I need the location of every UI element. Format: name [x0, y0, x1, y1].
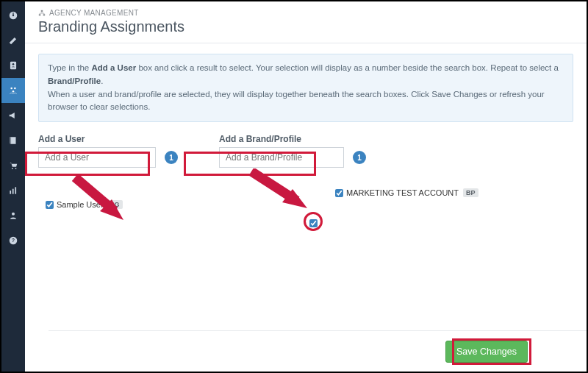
svg-point-1	[12, 15, 14, 16]
selected-brand-chip: BP	[463, 188, 478, 197]
selected-user-checkbox[interactable]	[46, 201, 54, 209]
selected-user-name: Sample User	[57, 200, 104, 209]
selected-brand-name: MARKETING TEST ACCOUNT	[346, 188, 459, 197]
inputs-row: Add a User 1 Sample User 6G Add a Brand/…	[38, 134, 573, 209]
svg-point-4	[10, 88, 12, 90]
save-changes-button[interactable]: Save Changes	[445, 341, 528, 363]
page-body: Type in the Add a User box and click a r…	[25, 43, 587, 372]
svg-text:?: ?	[12, 238, 15, 243]
user-column: Add a User 1 Sample User 6G	[38, 134, 198, 209]
user-label: Add a User	[38, 134, 198, 144]
breadcrumb-text: AGENCY MANAGEMENT	[49, 9, 139, 17]
sidebar: ?	[1, 1, 25, 372]
selected-user-chip: 6G	[108, 200, 123, 209]
svg-rect-10	[10, 191, 11, 194]
svg-point-8	[12, 168, 13, 169]
nav-agency[interactable]	[1, 78, 25, 103]
svg-rect-18	[43, 14, 46, 15]
selected-brand-checkbox[interactable]	[335, 189, 343, 197]
app-frame: ? AGENCY MANAGEMENT Branding Assignments…	[0, 0, 588, 373]
main: AGENCY MANAGEMENT Branding Assignments T…	[25, 1, 587, 372]
brand-column: Add a Brand/Profile 1 MARKETING TEST ACC…	[219, 134, 440, 209]
brand-count-badge: 1	[353, 151, 366, 164]
svg-rect-17	[39, 14, 41, 15]
svg-point-13	[12, 213, 15, 216]
svg-rect-16	[41, 10, 43, 11]
nav-help[interactable]: ?	[1, 228, 25, 253]
selected-user-row: Sample User 6G	[46, 200, 198, 209]
footer-bar: Save Changes	[49, 330, 587, 372]
nav-contact[interactable]	[1, 53, 25, 78]
nav-cart[interactable]	[1, 153, 25, 178]
sub-profile-checkbox[interactable]	[309, 219, 318, 227]
brand-label: Add a Brand/Profile	[219, 134, 440, 144]
sub-profile-checkbox-wrap	[309, 219, 318, 230]
nav-stats[interactable]	[1, 178, 25, 203]
nav-user[interactable]	[1, 203, 25, 228]
svg-rect-12	[15, 187, 16, 193]
page-title: Branding Assignments	[38, 18, 573, 35]
nav-book[interactable]	[1, 128, 25, 153]
svg-point-3	[12, 63, 15, 65]
svg-point-5	[14, 88, 16, 90]
nav-announce[interactable]	[1, 103, 25, 128]
user-count-badge: 1	[165, 151, 178, 164]
nav-edit[interactable]	[1, 28, 25, 53]
sitemap-icon	[38, 10, 46, 17]
selected-brand-row: MARKETING TEST ACCOUNT BP	[335, 188, 440, 197]
svg-rect-7	[10, 137, 11, 143]
svg-point-6	[12, 90, 15, 93]
svg-rect-2	[10, 62, 16, 70]
breadcrumb: AGENCY MANAGEMENT	[38, 9, 573, 17]
nav-dashboard[interactable]	[1, 3, 25, 28]
svg-point-9	[15, 168, 17, 169]
svg-rect-11	[12, 189, 14, 194]
info-panel: Type in the Add a User box and click a r…	[38, 54, 573, 122]
add-user-input[interactable]	[38, 147, 156, 168]
page-header: AGENCY MANAGEMENT Branding Assignments	[25, 1, 587, 43]
add-brand-input[interactable]	[219, 147, 344, 168]
